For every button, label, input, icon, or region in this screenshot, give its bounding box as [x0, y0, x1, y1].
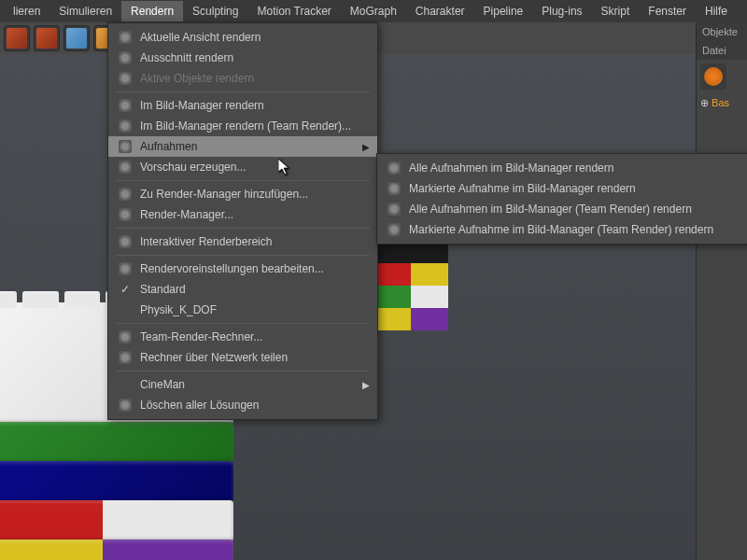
menu-item-im-bild-manager-rendern-team-render[interactable]: Im Bild-Manager rendern (Team Render)... — [108, 116, 377, 136]
menu-separator — [116, 91, 370, 92]
menu-item-aufnahmen[interactable]: Aufnahmen▶ — [108, 136, 377, 157]
menu-item-ausschnitt-rendern[interactable]: Ausschnitt rendern — [108, 48, 377, 68]
menu-item[interactable]: Skript — [592, 1, 640, 21]
sphere-icon — [704, 67, 723, 86]
menu-item-vorschau-erzeugen[interactable]: Vorschau erzeugen... — [108, 157, 377, 177]
menu-item-label: Rendervoreinstellungen bearbeiten... — [140, 262, 324, 275]
submenu-item-alle-aufnahmen-im-bild-manager-team-render-rendern[interactable]: Alle Aufnahmen im Bild-Manager (Team Ren… — [377, 199, 747, 219]
menu-item-label: Zu Render-Manager hinzufügen... — [140, 188, 308, 201]
cube-icon — [66, 28, 87, 49]
submenu-arrow-icon: ▶ — [362, 380, 370, 390]
rendern-dropdown: Aktuelle Ansicht rendernAusschnitt rende… — [107, 22, 378, 420]
render-icon — [116, 119, 134, 133]
menu-item[interactable]: Simulieren — [49, 1, 121, 21]
submenu-item-alle-aufnahmen-im-bild-manager-rendern[interactable]: Alle Aufnahmen im Bild-Manager rendern — [377, 158, 747, 178]
submenu-item-markierte-aufnahme-im-bild-manager-rendern[interactable]: Markierte Aufnahme im Bild-Manager rende… — [377, 178, 747, 199]
menu-item[interactable]: Sculpting — [183, 1, 247, 21]
submenu-item-label: Markierte Aufnahme im Bild-Manager rende… — [409, 182, 636, 195]
menu-item-rechner-ber-netzwerk-teilen[interactable]: Rechner über Netzwerk teilen — [108, 347, 377, 368]
none-icon — [116, 377, 134, 392]
menubar: lieren Simulieren Rendern Sculpting Moti… — [0, 0, 747, 22]
minibrick — [374, 286, 448, 308]
menu-rendern[interactable]: Rendern — [121, 1, 183, 21]
objects-panel: Objekte Datei ⊕ Bas — [696, 22, 747, 560]
menu-separator — [116, 228, 370, 229]
menu-item[interactable]: Fenster — [639, 1, 696, 21]
menu-item-label: CineMan — [140, 378, 185, 391]
minibrick — [374, 308, 448, 330]
render-icon — [116, 50, 134, 65]
menu-item-aktive-objekte-rendern: Aktive Objekte rendern — [108, 68, 377, 89]
brick-blue — [0, 461, 233, 502]
clapper-icon — [36, 28, 57, 49]
minibrick — [374, 263, 448, 286]
render-icon — [385, 181, 403, 196]
check-icon: ✓ — [116, 282, 134, 297]
tool-button[interactable] — [63, 25, 90, 51]
menu-item[interactable]: Plug-ins — [532, 1, 591, 21]
menu-item-physik-k-dof[interactable]: Physik_K_DOF — [108, 300, 377, 320]
menu-item-label: Aktive Objekte rendern — [140, 72, 254, 85]
menu-item-label: Rechner über Netzwerk teilen — [140, 351, 288, 364]
submenu-item-markierte-aufnahme-im-bild-manager-team-render-rendern[interactable]: Markierte Aufnahme im Bild-Manager (Team… — [377, 219, 747, 240]
menu-item[interactable]: Pipeline — [474, 1, 533, 21]
menu-item-interaktiver-renderbereich[interactable]: Interaktiver Renderbereich — [108, 231, 377, 252]
menu-item-label: Aufnahmen — [140, 140, 197, 153]
render-icon — [116, 98, 134, 113]
aufnahmen-submenu: Alle Aufnahmen im Bild-Manager rendernMa… — [376, 153, 747, 245]
object-tree-item[interactable]: ⊕ Bas — [697, 93, 747, 113]
panel-icon[interactable] — [700, 63, 726, 90]
render-icon — [116, 329, 134, 344]
menu-item-render-manager[interactable]: Render-Manager... — [108, 204, 377, 225]
menu-item-label: Render-Manager... — [140, 208, 233, 221]
menu-item[interactable]: Motion Tracker — [247, 1, 340, 21]
menu-item-label: Standard — [140, 283, 186, 296]
menu-item-l-schen-aller-l-sungen[interactable]: Löschen aller Lösungen — [108, 395, 377, 415]
menu-item-label: Im Bild-Manager rendern — [140, 99, 264, 112]
render-icon — [116, 187, 134, 202]
menu-item-label: Aktuelle Ansicht rendern — [140, 31, 261, 44]
submenu-item-label: Markierte Aufnahme im Bild-Manager (Team… — [409, 223, 713, 236]
menu-item-label: Löschen aller Lösungen — [140, 399, 259, 412]
render-icon — [116, 261, 134, 276]
submenu-arrow-icon: ▶ — [362, 142, 370, 152]
submenu-item-label: Alle Aufnahmen im Bild-Manager (Team Ren… — [409, 203, 692, 216]
menu-separator — [116, 255, 370, 256]
menu-item-aktuelle-ansicht-rendern[interactable]: Aktuelle Ansicht rendern — [108, 27, 377, 48]
menu-item-label: Physik_K_DOF — [140, 303, 217, 316]
menu-item[interactable]: MoGraph — [341, 1, 406, 21]
menu-item-label: Vorschau erzeugen... — [140, 161, 246, 174]
menu-item-label: Team-Render-Rechner... — [140, 330, 262, 343]
lego-model-small — [374, 241, 448, 330]
menu-item[interactable]: Hilfe — [696, 1, 737, 21]
brick-yellow-purple — [0, 539, 233, 560]
none-icon — [116, 302, 134, 317]
cursor-icon — [278, 159, 291, 178]
tool-button[interactable] — [34, 25, 60, 51]
menu-item[interactable]: Charakter — [406, 1, 474, 21]
render-icon — [116, 234, 134, 249]
menu-item-label: Interaktiver Renderbereich — [140, 235, 272, 248]
render-icon — [385, 161, 403, 175]
menu-separator — [116, 371, 370, 371]
menu-item-rendervoreinstellungen-bearbeiten[interactable]: Rendervoreinstellungen bearbeiten... — [108, 259, 377, 279]
object-label: Bas — [712, 97, 729, 108]
panel-subtab[interactable]: Datei — [697, 41, 747, 60]
render-icon — [116, 350, 134, 365]
menu-item-team-render-rechner[interactable]: Team-Render-Rechner... — [108, 327, 377, 347]
clapper-icon — [7, 28, 27, 49]
menu-item-cineman[interactable]: CineMan▶ — [108, 374, 377, 395]
menu-item-label: Ausschnitt rendern — [140, 51, 233, 64]
menu-item-standard[interactable]: ✓Standard — [108, 279, 377, 300]
render-icon — [116, 207, 134, 222]
menu-item-zu-render-manager-hinzuf-gen[interactable]: Zu Render-Manager hinzufügen... — [108, 184, 377, 204]
panel-tab[interactable]: Objekte — [697, 22, 747, 41]
tool-button[interactable] — [4, 25, 30, 51]
render-icon — [116, 398, 134, 413]
menu-item[interactable]: lieren — [4, 1, 49, 21]
menu-separator — [116, 323, 370, 324]
brick-red-white — [0, 500, 233, 541]
menu-item-im-bild-manager-rendern[interactable]: Im Bild-Manager rendern — [108, 95, 377, 116]
render-icon — [116, 139, 134, 154]
render-icon — [385, 202, 403, 217]
